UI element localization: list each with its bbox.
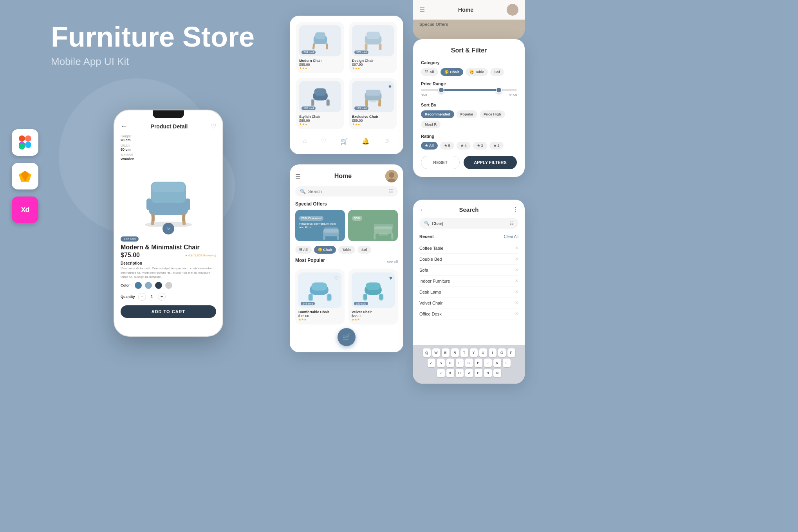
home-cat-table[interactable]: Table: [338, 246, 355, 254]
rating-3[interactable]: ★ 3: [473, 142, 487, 150]
color-blue[interactable]: [135, 282, 142, 289]
figma-icon[interactable]: [12, 129, 38, 156]
key-H[interactable]: H: [475, 359, 482, 367]
home-search-input[interactable]: [308, 189, 386, 194]
filter-icon[interactable]: ☷: [389, 189, 393, 194]
search-more-icon[interactable]: ⋮: [512, 206, 518, 213]
recent-item-velvet-chair[interactable]: Velvet Chair ✕: [419, 298, 518, 308]
offer-card-1[interactable]: 20% Discount Phasellus elementum odio no…: [295, 210, 345, 241]
search-filter-icon[interactable]: ☷: [510, 221, 514, 226]
color-light-blue[interactable]: [145, 282, 152, 289]
key-S[interactable]: S: [437, 359, 445, 367]
remove-office-desk[interactable]: ✕: [515, 311, 518, 316]
recent-item-office-desk[interactable]: Office Desk ✕: [419, 308, 518, 319]
sort-recommended[interactable]: Recommended: [421, 110, 454, 118]
adobe-xd-icon[interactable]: Xd: [12, 197, 38, 223]
key-G[interactable]: G: [465, 359, 473, 367]
remove-coffee-table[interactable]: ✕: [515, 245, 518, 251]
search-text-input[interactable]: [432, 221, 507, 226]
mini-menu-icon[interactable]: ☰: [419, 6, 425, 14]
sort-popular[interactable]: Popular: [457, 110, 478, 118]
see-all-button[interactable]: See All: [387, 260, 398, 264]
home-cat-chair[interactable]: 😋 Chair: [314, 246, 336, 254]
home-cat-all[interactable]: ☷ All: [295, 246, 312, 254]
key-Y[interactable]: Y: [470, 348, 478, 357]
color-dark[interactable]: [155, 282, 162, 289]
remove-double-bed[interactable]: ✕: [515, 256, 518, 261]
recent-item-indoor[interactable]: Indoor Furniture ✕: [419, 276, 518, 287]
nav-home[interactable]: ⌂: [303, 137, 307, 145]
rating-all[interactable]: ★ All: [421, 142, 438, 150]
wishlist-pop-1[interactable]: ♡: [334, 275, 339, 281]
home-cat-sof[interactable]: Sof: [357, 246, 371, 254]
clear-all-button[interactable]: Clear All: [504, 234, 518, 239]
slider-thumb-max[interactable]: [496, 87, 502, 93]
product-card-2[interactable]: 375 sold Design Chair $97.90 ★★★: [349, 22, 397, 73]
home-avatar[interactable]: [385, 170, 398, 182]
popular-card-2[interactable]: ♥ 185 sold Velvet Chair $65.90 ★★★: [348, 269, 398, 325]
sort-price-high[interactable]: Price High: [480, 110, 505, 118]
nav-cart[interactable]: 🛒: [340, 137, 348, 145]
home-cart-button[interactable]: 🛒: [338, 328, 356, 346]
nav-profile[interactable]: ☺: [384, 137, 390, 145]
key-L[interactable]: L: [503, 359, 511, 367]
remove-sofa[interactable]: ✕: [515, 267, 518, 272]
offer-card-2[interactable]: 30%: [348, 210, 398, 241]
search-back-button[interactable]: ←: [419, 206, 426, 213]
back-button[interactable]: ←: [121, 122, 128, 130]
product-card-3[interactable]: 185 sold Stylish Chair $89.00 ★★★: [296, 78, 344, 129]
recent-item-double-bed[interactable]: Double Bed ✕: [419, 254, 518, 265]
key-K[interactable]: K: [493, 359, 501, 367]
key-T[interactable]: T: [460, 348, 468, 357]
360-button[interactable]: ↻: [162, 223, 174, 234]
recent-item-sofa[interactable]: Sofa ✕: [419, 265, 518, 276]
sketch-icon[interactable]: [12, 163, 38, 189]
rating-5[interactable]: ★ 5: [440, 142, 454, 150]
color-gray[interactable]: [165, 282, 172, 289]
recent-item-coffee-table[interactable]: Coffee Table ✕: [419, 243, 518, 254]
key-E[interactable]: E: [442, 348, 450, 357]
price-range-slider[interactable]: $50 $150: [421, 89, 517, 97]
wishlist-pop-2[interactable]: ♥: [389, 275, 392, 281]
key-W[interactable]: W: [432, 348, 440, 357]
wishlist-4[interactable]: ♥: [388, 83, 392, 90]
product-card-1[interactable]: 284 sold Modern Chair $55.00 ★★★: [296, 22, 344, 73]
key-P[interactable]: P: [507, 348, 515, 357]
key-A[interactable]: A: [428, 359, 435, 367]
key-O[interactable]: O: [498, 348, 506, 357]
key-B[interactable]: B: [475, 369, 482, 377]
reset-button[interactable]: RESET: [421, 156, 460, 169]
rating-2[interactable]: ★ 2: [489, 142, 504, 150]
cat-sofa[interactable]: Sof: [490, 68, 504, 76]
remove-velvet-chair[interactable]: ✕: [515, 300, 518, 305]
remove-indoor[interactable]: ✕: [515, 278, 518, 283]
key-I[interactable]: I: [489, 348, 496, 357]
key-Z[interactable]: Z: [437, 369, 445, 377]
key-C[interactable]: C: [456, 369, 464, 377]
product-card-4[interactable]: ♥ 129 sold Exclusive Chair $59.00 ★★★: [349, 78, 397, 129]
key-D[interactable]: D: [446, 359, 454, 367]
nav-favorites[interactable]: ♡: [321, 137, 326, 145]
key-R[interactable]: R: [451, 348, 459, 357]
quantity-increase[interactable]: +: [158, 293, 166, 301]
key-M[interactable]: M: [493, 369, 501, 377]
key-V[interactable]: V: [465, 369, 473, 377]
quantity-decrease[interactable]: −: [138, 293, 146, 301]
key-F[interactable]: F: [456, 359, 464, 367]
cat-all[interactable]: ☷ All: [421, 68, 438, 76]
recent-item-desk-lamp[interactable]: Desk Lamp ✕: [419, 287, 518, 298]
home-menu-icon[interactable]: ☰: [295, 173, 301, 180]
rating-4[interactable]: ★ 4: [457, 142, 471, 150]
apply-filters-button[interactable]: APPLY FILTERS: [464, 156, 517, 169]
home-search-bar[interactable]: 🔍 ☷: [295, 186, 398, 197]
key-U[interactable]: U: [479, 348, 487, 357]
cat-table[interactable]: 😋 Table: [466, 68, 488, 76]
search-input-container[interactable]: 🔍 ☷: [419, 218, 518, 229]
key-J[interactable]: J: [484, 359, 492, 367]
key-Q[interactable]: Q: [423, 348, 431, 357]
remove-desk-lamp[interactable]: ✕: [515, 289, 518, 294]
key-X[interactable]: X: [446, 369, 454, 377]
slider-thumb-min[interactable]: [438, 87, 444, 93]
nav-notifications[interactable]: 🔔: [362, 137, 370, 145]
key-N[interactable]: N: [484, 369, 492, 377]
